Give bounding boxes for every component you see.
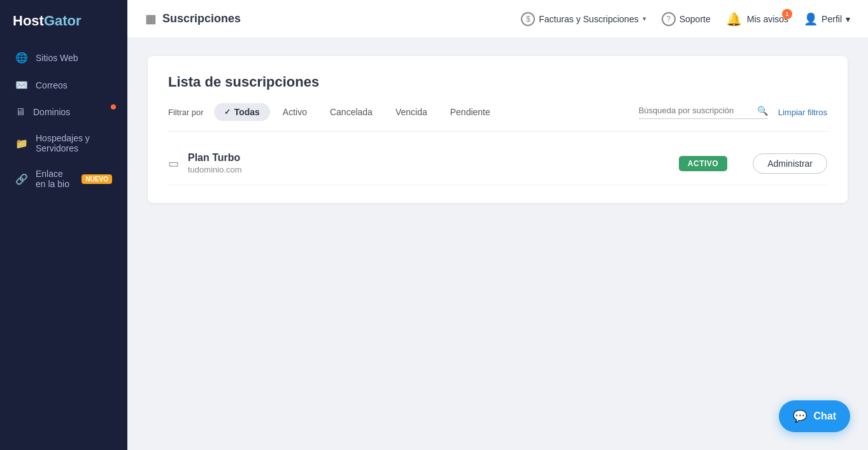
billing-menu[interactable]: $ Facturas y Suscripciones ▾ bbox=[521, 12, 646, 26]
sidebar-item-label: Correos bbox=[36, 80, 68, 90]
mail-icon: ✉️ bbox=[15, 79, 28, 91]
filter-left: Filtrar por ✓ Todas Activo Cancelada bbox=[168, 103, 501, 121]
filter-right: 🔍 Limpiar filtros bbox=[639, 106, 827, 119]
bell-icon: 🔔 bbox=[726, 11, 742, 27]
page-title: Suscripciones bbox=[162, 12, 241, 25]
topnav: ▦ Suscripciones $ Facturas y Suscripcion… bbox=[127, 0, 868, 38]
sidebar-item-enlace-bio[interactable]: 🔗 Enlace en la bio NUEVO bbox=[6, 162, 121, 196]
sidebar: HostGator 🌐 Sitios Web ✉️ Correos 🖥 Domi… bbox=[0, 0, 127, 450]
sidebar-nav: 🌐 Sitios Web ✉️ Correos 🖥 Dominios 📁 Hos… bbox=[0, 45, 127, 196]
brand-logo[interactable]: HostGator bbox=[0, 0, 127, 45]
billing-label: Facturas y Suscripciones bbox=[539, 14, 638, 24]
brand-name: HostGator bbox=[13, 13, 82, 29]
sidebar-item-sitios-web[interactable]: 🌐 Sitios Web bbox=[6, 45, 121, 71]
search-input[interactable] bbox=[639, 106, 753, 115]
filter-bar: Filtrar por ✓ Todas Activo Cancelada bbox=[168, 103, 827, 121]
subscription-info: Plan Turbo tudominio.com bbox=[188, 152, 679, 174]
filter-todas-label: Todas bbox=[234, 107, 260, 117]
search-wrap[interactable]: 🔍 bbox=[639, 106, 768, 119]
sidebar-item-dominios[interactable]: 🖥 Dominios bbox=[6, 99, 121, 125]
check-icon: ✓ bbox=[224, 108, 231, 116]
folder-outline-icon: ▭ bbox=[168, 157, 179, 171]
help-icon: ? bbox=[662, 12, 676, 26]
filter-cancelada[interactable]: Cancelada bbox=[320, 103, 383, 121]
user-icon: 👤 bbox=[804, 12, 818, 26]
sidebar-item-label: Sitios Web bbox=[36, 53, 78, 63]
filter-activo[interactable]: Activo bbox=[273, 103, 317, 121]
page-title-wrap: ▦ Suscripciones bbox=[145, 12, 241, 26]
sidebar-item-hospedajes[interactable]: 📁 Hospedajes y Servidores bbox=[6, 126, 121, 160]
content-area: Lista de suscripciones Filtrar por ✓ Tod… bbox=[127, 38, 868, 450]
filter-todas[interactable]: ✓ Todas bbox=[214, 103, 270, 121]
main-area: ▦ Suscripciones $ Facturas y Suscripcion… bbox=[127, 0, 868, 450]
globe-icon: 🌐 bbox=[15, 52, 28, 64]
divider bbox=[168, 131, 827, 132]
link-icon: 🔗 bbox=[15, 173, 28, 185]
page-icon: ▦ bbox=[145, 12, 156, 26]
status-badge: ACTIVO bbox=[679, 156, 727, 171]
filter-pendiente-label: Pendiente bbox=[450, 107, 490, 117]
dominios-notification-dot bbox=[111, 104, 116, 109]
topnav-actions: $ Facturas y Suscripciones ▾ ? Soporte 🔔… bbox=[521, 11, 850, 27]
avisos-menu[interactable]: 🔔 1 Mis avisos bbox=[726, 11, 788, 27]
sidebar-item-correos[interactable]: ✉️ Correos bbox=[6, 72, 121, 98]
nuevo-badge: NUEVO bbox=[82, 174, 112, 184]
filter-label: Filtrar por bbox=[168, 108, 204, 117]
subscriptions-card: Lista de suscripciones Filtrar por ✓ Tod… bbox=[148, 56, 848, 203]
sidebar-item-label: Hospedajes y Servidores bbox=[36, 133, 112, 153]
folder-icon: 📁 bbox=[15, 137, 28, 150]
avisos-badge: 1 bbox=[782, 9, 792, 19]
chat-icon: 💬 bbox=[793, 409, 807, 423]
sidebar-item-label: Dominios bbox=[33, 107, 70, 117]
card-title: Lista de suscripciones bbox=[168, 74, 827, 90]
table-row: ▭ Plan Turbo tudominio.com ACTIVO Admini… bbox=[168, 142, 827, 185]
filter-buttons: ✓ Todas Activo Cancelada Vencida bbox=[214, 103, 501, 121]
profile-menu[interactable]: 👤 Perfil ▾ bbox=[804, 12, 850, 26]
clear-filters-button[interactable]: Limpiar filtros bbox=[778, 108, 827, 117]
soporte-label: Soporte bbox=[679, 14, 711, 24]
subscription-domain: tudominio.com bbox=[188, 165, 679, 174]
filter-vencida[interactable]: Vencida bbox=[385, 103, 438, 121]
search-icon: 🔍 bbox=[757, 106, 768, 116]
billing-chevron-icon: ▾ bbox=[643, 15, 646, 23]
filter-cancelada-label: Cancelada bbox=[330, 107, 373, 117]
profile-label: Perfil bbox=[822, 14, 842, 24]
soporte-menu[interactable]: ? Soporte bbox=[662, 12, 711, 26]
filter-activo-label: Activo bbox=[283, 107, 307, 117]
filter-pendiente[interactable]: Pendiente bbox=[440, 103, 501, 121]
profile-chevron-icon: ▾ bbox=[846, 14, 850, 24]
chat-label: Chat bbox=[813, 411, 836, 422]
chat-button[interactable]: 💬 Chat bbox=[779, 400, 850, 432]
subscription-name: Plan Turbo bbox=[188, 152, 679, 164]
billing-icon: $ bbox=[521, 12, 535, 26]
manage-button[interactable]: Administrar bbox=[753, 153, 827, 174]
sidebar-item-label: Enlace en la bio bbox=[36, 169, 71, 189]
monitor-icon: 🖥 bbox=[15, 106, 25, 118]
filter-vencida-label: Vencida bbox=[395, 107, 427, 117]
